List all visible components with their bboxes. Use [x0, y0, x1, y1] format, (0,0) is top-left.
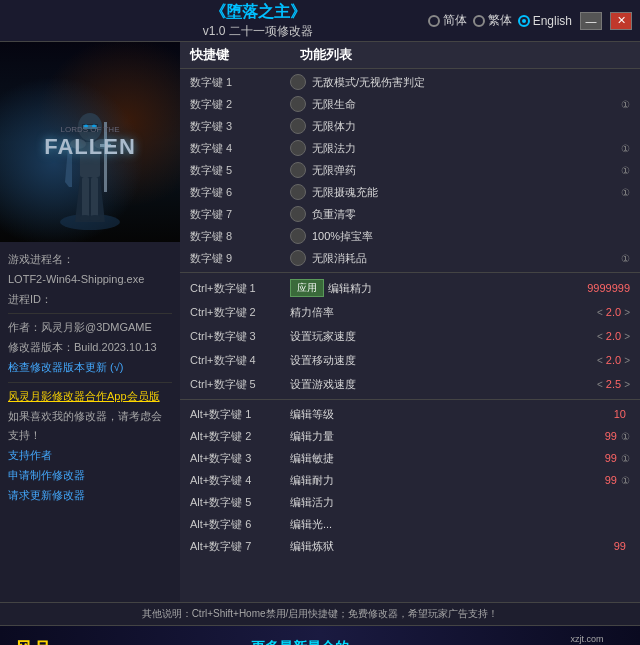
bottom-text: 其他说明：Ctrl+Shift+Home禁用/启用快捷键；免费修改器，希望玩家广… — [142, 608, 499, 619]
minimize-button[interactable]: — — [580, 12, 602, 30]
language-options: 简体 繁体 English — [428, 12, 572, 29]
lang-traditional-label: 繁体 — [488, 12, 512, 29]
col-key-label: 快捷键 — [190, 46, 300, 64]
hotkey-info: ① — [621, 253, 630, 264]
alt-func-label: 编辑活力 — [290, 495, 630, 510]
ctrl-key-row[interactable]: Ctrl+数字键 5设置游戏速度 < 2.5 > — [180, 372, 640, 396]
hotkey-dot — [290, 74, 306, 90]
lang-simplified-label: 简体 — [443, 12, 467, 29]
title-bar: 《堕落之主》 v1.0 二十一项修改器 简体 繁体 English — ✕ — [0, 0, 640, 42]
num-key-row[interactable]: 数字键 9 无限消耗品 ① — [180, 247, 640, 269]
member-link[interactable]: 风灵月影修改器合作App会员版 — [8, 387, 172, 407]
alt-key-row[interactable]: Alt+数字键 4 编辑耐力 99 ① — [180, 469, 640, 491]
ctrl-key-row[interactable]: Ctrl+数字键 2精力倍率 < 2.0 > — [180, 300, 640, 324]
alt-key-label: Alt+数字键 4 — [190, 473, 290, 488]
game-process: LOTF2-Win64-Shipping.exe — [8, 270, 172, 290]
lang-simplified[interactable]: 简体 — [428, 12, 467, 29]
alt-func-label: 编辑炼狱 — [290, 539, 614, 554]
version-label: 修改器版本：Build.2023.10.13 — [8, 338, 172, 358]
support-author-link[interactable]: 支持作者 — [8, 446, 172, 466]
arrow-left[interactable]: < — [597, 379, 603, 390]
num-key-row[interactable]: 数字键 8 100%掉宝率 — [180, 225, 640, 247]
arrow-right[interactable]: > — [624, 379, 630, 390]
hotkey-list[interactable]: 数字键 1 无敌模式/无视伤害判定 数字键 2 无限生命 ① 数字键 3 无限体… — [180, 69, 640, 602]
lang-english-label: English — [533, 14, 572, 28]
ctrl-key-label: Ctrl+数字键 1 — [190, 281, 290, 296]
knight-svg — [50, 102, 130, 242]
svg-rect-11 — [82, 177, 89, 217]
hotkey-key-label: 数字键 9 — [190, 251, 290, 266]
num-key-row[interactable]: 数字键 5 无限弹药 ① — [180, 159, 640, 181]
check-update-link[interactable]: 检查修改器版本更新 (√) — [8, 358, 172, 378]
radio-simplified — [428, 15, 440, 27]
arrow-left[interactable]: < — [597, 307, 603, 318]
num-key-row[interactable]: 数字键 1 无敌模式/无视伤害判定 — [180, 71, 640, 93]
num-key-section: 数字键 1 无敌模式/无视伤害判定 数字键 2 无限生命 ① 数字键 3 无限体… — [180, 71, 640, 269]
ad-logo-text: 风月 — [15, 637, 51, 646]
app-title: 《堕落之主》 — [88, 2, 428, 23]
alt-key-label: Alt+数字键 1 — [190, 407, 290, 422]
arrow-left[interactable]: < — [597, 355, 603, 366]
title-controls: 简体 繁体 English — ✕ — [428, 12, 632, 30]
apply-button[interactable]: 应用 — [290, 279, 324, 297]
alt-key-row[interactable]: Alt+数字键 2 编辑力量 99 ① — [180, 425, 640, 447]
hotkey-func-label: 无限摄魂充能 — [312, 185, 619, 200]
lang-traditional[interactable]: 繁体 — [473, 12, 512, 29]
ctrl-key-row[interactable]: Ctrl+数字键 3设置玩家速度 < 2.0 > — [180, 324, 640, 348]
arrow-left[interactable]: < — [597, 331, 603, 342]
hotkey-dot — [290, 228, 306, 244]
arrow-right[interactable]: > — [624, 355, 630, 366]
hotkey-func-label: 无限生命 — [312, 97, 619, 112]
lang-english[interactable]: English — [518, 14, 572, 28]
section-divider-1 — [180, 272, 640, 273]
arrow-right[interactable]: > — [624, 331, 630, 342]
hotkey-func-label: 无敌模式/无视伤害判定 — [312, 75, 630, 90]
latest-update-link[interactable]: 请求更新修改器 — [8, 486, 172, 506]
num-key-row[interactable]: 数字键 7 负重清零 — [180, 203, 640, 225]
hotkey-key-label: 数字键 7 — [190, 207, 290, 222]
hotkey-func-label: 100%掉宝率 — [312, 229, 630, 244]
hotkey-func-label: 无限弹药 — [312, 163, 619, 178]
ctrl-arrows: < 2.0 > — [597, 354, 630, 366]
arrow-right[interactable]: > — [624, 307, 630, 318]
alt-key-row[interactable]: Alt+数字键 6 编辑光... — [180, 513, 640, 535]
support-text: 如果喜欢我的修改器，请考虑会支持！ — [8, 407, 172, 447]
alt-func-label: 编辑耐力 — [290, 473, 605, 488]
ctrl-func-label: 编辑精力 — [328, 281, 587, 296]
alt-value: 99 — [614, 540, 626, 552]
hotkey-func-label: 无限消耗品 — [312, 251, 619, 266]
num-key-row[interactable]: 数字键 4 无限法力 ① — [180, 137, 640, 159]
close-button[interactable]: ✕ — [610, 12, 632, 30]
alt-key-label: Alt+数字键 2 — [190, 429, 290, 444]
game-image: LORDS OF THE FALLEN — [0, 42, 180, 242]
alt-key-row[interactable]: Alt+数字键 5 编辑活力 — [180, 491, 640, 513]
hotkey-info: ① — [621, 143, 630, 154]
ctrl-value: 2.0 — [606, 306, 621, 318]
ctrl-value: 9999999 — [587, 282, 630, 294]
alt-key-row[interactable]: Alt+数字键 7 编辑炼狱 99 — [180, 535, 640, 557]
watermark-text: xzjt.com — [570, 634, 603, 644]
num-key-row[interactable]: 数字键 3 无限体力 — [180, 115, 640, 137]
ctrl-key-row[interactable]: Ctrl+数字键 1应用编辑精力9999999 — [180, 276, 640, 300]
num-key-row[interactable]: 数字键 6 无限摄魂充能 ① — [180, 181, 640, 203]
ctrl-key-row[interactable]: Ctrl+数字键 4设置移动速度 < 2.0 > — [180, 348, 640, 372]
ctrl-func-label: 设置玩家速度 — [290, 329, 597, 344]
hotkey-key-label: 数字键 3 — [190, 119, 290, 134]
ctrl-arrows: < 2.0 > — [597, 330, 630, 342]
ctrl-value: 2.0 — [606, 330, 621, 342]
alt-func-label: 编辑光... — [290, 517, 630, 532]
ctrl-arrows: < 2.5 > — [597, 378, 630, 390]
radio-traditional — [473, 15, 485, 27]
alt-info: ① — [621, 475, 630, 486]
game-logo: LORDS OF THE FALLEN — [44, 125, 136, 160]
ctrl-key-label: Ctrl+数字键 2 — [190, 305, 290, 320]
request-mod-link[interactable]: 申请制作修改器 — [8, 466, 172, 486]
alt-key-row[interactable]: Alt+数字键 3 编辑敏捷 99 ① — [180, 447, 640, 469]
hotkey-header: 快捷键 功能列表 — [180, 42, 640, 69]
alt-key-row[interactable]: Alt+数字键 1 编辑等级 10 — [180, 403, 640, 425]
radio-english — [518, 15, 530, 27]
hotkey-key-label: 数字键 2 — [190, 97, 290, 112]
num-key-row[interactable]: 数字键 2 无限生命 ① — [180, 93, 640, 115]
alt-func-label: 编辑等级 — [290, 407, 614, 422]
hotkey-key-label: 数字键 1 — [190, 75, 290, 90]
